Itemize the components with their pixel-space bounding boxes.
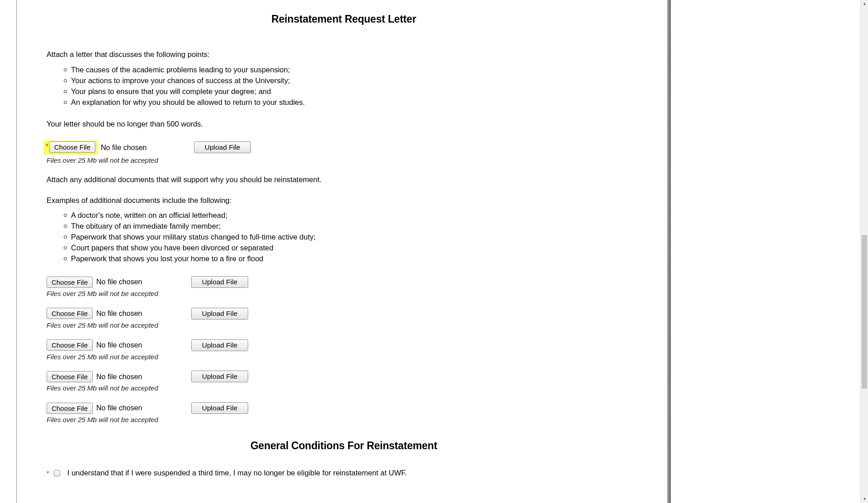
required-highlight: * Choose File [44, 141, 97, 155]
file-size-note: Files over 25 Mb will not be accepted [47, 383, 641, 393]
list-item: A doctor's note, written on an official … [71, 210, 641, 221]
section-title-general-conditions: General Conditions For Reinstatement [47, 438, 641, 453]
choose-file-button[interactable]: Choose File [47, 308, 93, 319]
list-item: Your actions to improve your chances of … [71, 75, 641, 86]
no-file-chosen-text: No file chosen [96, 340, 142, 350]
list-item: The obituary of an immediate family memb… [71, 221, 641, 232]
condition-text: I understand that if I were suspended a … [67, 468, 407, 479]
file-row: Choose File No file chosen Upload File [47, 401, 641, 414]
additional-examples-intro: Examples of additional documents include… [47, 195, 641, 206]
letter-intro: Attach a letter that discusses the follo… [47, 49, 641, 60]
file-size-note: Files over 25 Mb will not be accepted [47, 320, 641, 330]
choose-file-button[interactable]: Choose File [47, 403, 93, 414]
additional-upload-block: Choose File No file chosen Upload File F… [47, 275, 641, 299]
file-size-note: Files over 25 Mb will not be accepted [47, 352, 641, 362]
upload-file-button[interactable]: Upload File [191, 276, 248, 288]
required-mark: * [47, 469, 50, 478]
additional-upload-block: Choose File No file chosen Upload File F… [47, 401, 641, 425]
list-item: Your plans to ensure that you will compl… [71, 86, 641, 97]
main-upload-block: * Choose File No file chosen Upload File… [47, 140, 641, 165]
condition-checkbox[interactable] [54, 470, 60, 476]
upload-file-button[interactable]: Upload File [191, 371, 248, 382]
vertical-scrollbar[interactable]: ▴ ▾ [860, 0, 868, 503]
file-row: Choose File No file chosen Upload File [47, 307, 641, 320]
no-file-chosen-text: No file chosen [96, 308, 142, 319]
additional-upload-block: Choose File No file chosen Upload File F… [47, 338, 641, 362]
no-file-chosen-text: No file chosen [96, 371, 142, 382]
scroll-thumb[interactable] [862, 235, 867, 389]
choose-file-button[interactable]: Choose File [47, 371, 93, 382]
list-item: Paperwork that shows your military statu… [71, 232, 641, 243]
choose-file-button[interactable]: Choose File [47, 339, 93, 351]
form-page: Reinstatement Request Letter Attach a le… [16, 0, 671, 503]
inner-right-border [667, 0, 671, 503]
letter-length-note: Your letter should be no longer than 500… [47, 119, 641, 130]
required-mark: * [46, 141, 49, 150]
no-file-chosen-text: No file chosen [101, 142, 146, 153]
file-row: * Choose File No file chosen Upload File [47, 140, 641, 155]
section-title-reinstatement-letter: Reinstatement Request Letter [47, 12, 641, 27]
scroll-down-icon[interactable]: ▾ [861, 495, 868, 503]
choose-file-button[interactable]: Choose File [47, 277, 93, 288]
file-row: Choose File No file chosen Upload File [47, 338, 641, 351]
file-row: Choose File No file chosen Upload File [47, 275, 641, 288]
list-item: Paperwork that shows you lost your home … [71, 254, 641, 264]
letter-points-list: The causes of the academic problems lead… [47, 65, 641, 108]
no-file-chosen-text: No file chosen [96, 403, 142, 413]
file-size-note: Files over 25 Mb will not be accepted [47, 155, 641, 165]
additional-upload-block: Choose File No file chosen Upload File F… [47, 307, 641, 330]
upload-file-button[interactable]: Upload File [191, 308, 248, 320]
additional-intro: Attach any additional documents that wil… [47, 174, 641, 185]
additional-upload-block: Choose File No file chosen Upload File F… [47, 370, 641, 393]
choose-file-button[interactable]: Choose File [49, 141, 95, 153]
upload-file-button[interactable]: Upload File [194, 141, 251, 153]
no-file-chosen-text: No file chosen [96, 277, 142, 287]
condition-checkbox-row: * I understand that if I were suspended … [47, 468, 641, 479]
upload-file-button[interactable]: Upload File [191, 339, 248, 351]
file-size-note: Files over 25 Mb will not be accepted [47, 415, 641, 425]
file-size-note: Files over 25 Mb will not be accepted [47, 289, 641, 299]
list-item: Court papers that show you have been div… [71, 243, 641, 254]
additional-examples-list: A doctor's note, written on an official … [47, 210, 641, 264]
list-item: An explanation for why you should be all… [71, 97, 641, 108]
list-item: The causes of the academic problems lead… [71, 65, 641, 75]
scroll-up-icon[interactable]: ▴ [861, 0, 868, 8]
upload-file-button[interactable]: Upload File [191, 402, 248, 414]
file-row: Choose File No file chosen Upload File [47, 370, 641, 382]
